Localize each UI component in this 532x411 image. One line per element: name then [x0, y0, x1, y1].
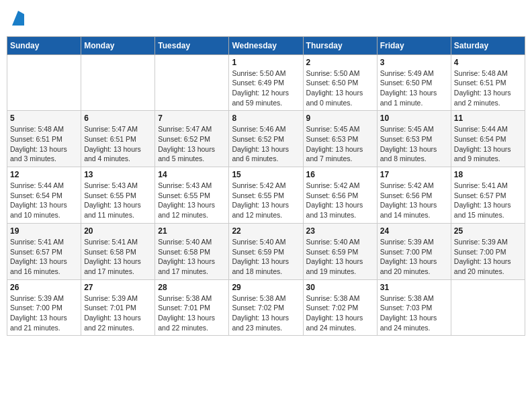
- day-number: 27: [84, 283, 152, 292]
- day-number: 9: [306, 113, 374, 123]
- day-info: Sunrise: 5:40 AM Sunset: 6:58 PM Dayligh…: [158, 237, 226, 277]
- day-cell: 31Sunrise: 5:38 AM Sunset: 7:03 PM Dayli…: [377, 279, 451, 336]
- weekday-saturday: Saturday: [451, 36, 525, 54]
- day-info: Sunrise: 5:44 AM Sunset: 6:54 PM Dayligh…: [10, 181, 78, 220]
- weekday-monday: Monday: [81, 36, 155, 54]
- day-cell: 11Sunrise: 5:44 AM Sunset: 6:54 PM Dayli…: [451, 111, 525, 167]
- week-row-2: 5Sunrise: 5:48 AM Sunset: 6:51 PM Daylig…: [7, 111, 525, 167]
- day-cell: 27Sunrise: 5:39 AM Sunset: 7:01 PM Dayli…: [81, 279, 155, 336]
- day-cell: 28Sunrise: 5:38 AM Sunset: 7:01 PM Dayli…: [155, 279, 229, 336]
- calendar-table: SundayMondayTuesdayWednesdayThursdayFrid…: [7, 36, 525, 336]
- weekday-wednesday: Wednesday: [229, 36, 303, 54]
- day-info: Sunrise: 5:42 AM Sunset: 6:56 PM Dayligh…: [380, 181, 448, 220]
- header: [7, 7, 525, 31]
- day-info: Sunrise: 5:45 AM Sunset: 6:53 PM Dayligh…: [380, 124, 448, 164]
- day-number: 8: [232, 113, 300, 123]
- day-number: 13: [84, 170, 152, 179]
- day-cell: [81, 54, 155, 111]
- day-number: 16: [306, 170, 374, 179]
- week-row-3: 12Sunrise: 5:44 AM Sunset: 6:54 PM Dayli…: [7, 167, 525, 224]
- day-info: Sunrise: 5:41 AM Sunset: 6:57 PM Dayligh…: [454, 181, 522, 220]
- day-number: 30: [306, 283, 374, 292]
- day-cell: [155, 54, 229, 111]
- week-row-5: 26Sunrise: 5:39 AM Sunset: 7:00 PM Dayli…: [7, 279, 525, 336]
- day-info: Sunrise: 5:42 AM Sunset: 6:56 PM Dayligh…: [306, 181, 374, 220]
- day-info: Sunrise: 5:39 AM Sunset: 7:00 PM Dayligh…: [454, 237, 522, 277]
- day-number: 31: [380, 283, 448, 292]
- day-cell: 22Sunrise: 5:40 AM Sunset: 6:59 PM Dayli…: [229, 223, 303, 279]
- logo: [11, 9, 24, 28]
- day-info: Sunrise: 5:45 AM Sunset: 6:53 PM Dayligh…: [306, 124, 374, 164]
- svg-marker-0: [12, 11, 24, 26]
- calendar-body: 1Sunrise: 5:50 AM Sunset: 6:49 PM Daylig…: [7, 54, 525, 336]
- day-number: 19: [10, 226, 78, 236]
- day-cell: 26Sunrise: 5:39 AM Sunset: 7:00 PM Dayli…: [7, 279, 81, 336]
- day-info: Sunrise: 5:47 AM Sunset: 6:52 PM Dayligh…: [158, 124, 226, 164]
- day-cell: 6Sunrise: 5:47 AM Sunset: 6:51 PM Daylig…: [81, 111, 155, 167]
- day-info: Sunrise: 5:38 AM Sunset: 7:02 PM Dayligh…: [232, 293, 300, 333]
- week-row-4: 19Sunrise: 5:41 AM Sunset: 6:57 PM Dayli…: [7, 223, 525, 279]
- day-cell: 24Sunrise: 5:39 AM Sunset: 7:00 PM Dayli…: [377, 223, 451, 279]
- day-cell: 15Sunrise: 5:42 AM Sunset: 6:55 PM Dayli…: [229, 167, 303, 224]
- day-cell: 5Sunrise: 5:48 AM Sunset: 6:51 PM Daylig…: [7, 111, 81, 167]
- day-number: 12: [10, 170, 78, 179]
- day-number: 25: [454, 226, 522, 236]
- day-number: 15: [232, 170, 300, 179]
- day-number: 10: [380, 113, 448, 123]
- weekday-sunday: Sunday: [7, 36, 81, 54]
- day-info: Sunrise: 5:48 AM Sunset: 6:51 PM Dayligh…: [10, 124, 78, 164]
- day-cell: 7Sunrise: 5:47 AM Sunset: 6:52 PM Daylig…: [155, 111, 229, 167]
- day-info: Sunrise: 5:38 AM Sunset: 7:01 PM Dayligh…: [158, 293, 226, 333]
- day-number: 24: [380, 226, 448, 236]
- day-number: 6: [84, 113, 152, 123]
- day-cell: 30Sunrise: 5:38 AM Sunset: 7:02 PM Dayli…: [303, 279, 377, 336]
- day-cell: 9Sunrise: 5:45 AM Sunset: 6:53 PM Daylig…: [303, 111, 377, 167]
- day-cell: 14Sunrise: 5:43 AM Sunset: 6:55 PM Dayli…: [155, 167, 229, 224]
- day-cell: 29Sunrise: 5:38 AM Sunset: 7:02 PM Dayli…: [229, 279, 303, 336]
- day-info: Sunrise: 5:43 AM Sunset: 6:55 PM Dayligh…: [158, 181, 226, 220]
- day-number: 7: [158, 113, 226, 123]
- day-info: Sunrise: 5:39 AM Sunset: 7:01 PM Dayligh…: [84, 293, 152, 333]
- day-info: Sunrise: 5:38 AM Sunset: 7:02 PM Dayligh…: [306, 293, 374, 333]
- day-info: Sunrise: 5:41 AM Sunset: 6:58 PM Dayligh…: [84, 237, 152, 277]
- day-number: 1: [232, 58, 300, 67]
- day-number: 3: [380, 58, 448, 67]
- day-number: 28: [158, 283, 226, 292]
- weekday-thursday: Thursday: [303, 36, 377, 54]
- day-cell: 1Sunrise: 5:50 AM Sunset: 6:49 PM Daylig…: [229, 54, 303, 111]
- day-cell: 12Sunrise: 5:44 AM Sunset: 6:54 PM Dayli…: [7, 167, 81, 224]
- day-info: Sunrise: 5:50 AM Sunset: 6:49 PM Dayligh…: [232, 68, 300, 108]
- day-cell: 2Sunrise: 5:50 AM Sunset: 6:50 PM Daylig…: [303, 54, 377, 111]
- day-number: 29: [232, 283, 300, 292]
- day-cell: 10Sunrise: 5:45 AM Sunset: 6:53 PM Dayli…: [377, 111, 451, 167]
- day-cell: 21Sunrise: 5:40 AM Sunset: 6:58 PM Dayli…: [155, 223, 229, 279]
- day-info: Sunrise: 5:50 AM Sunset: 6:50 PM Dayligh…: [306, 68, 374, 108]
- day-number: 2: [306, 58, 374, 67]
- day-info: Sunrise: 5:39 AM Sunset: 7:00 PM Dayligh…: [380, 237, 448, 277]
- day-cell: 19Sunrise: 5:41 AM Sunset: 6:57 PM Dayli…: [7, 223, 81, 279]
- day-number: 20: [84, 226, 152, 236]
- day-cell: 3Sunrise: 5:49 AM Sunset: 6:50 PM Daylig…: [377, 54, 451, 111]
- day-info: Sunrise: 5:38 AM Sunset: 7:03 PM Dayligh…: [380, 293, 448, 333]
- day-number: 26: [10, 283, 78, 292]
- weekday-header-row: SundayMondayTuesdayWednesdayThursdayFrid…: [7, 36, 525, 54]
- day-cell: 16Sunrise: 5:42 AM Sunset: 6:56 PM Dayli…: [303, 167, 377, 224]
- day-info: Sunrise: 5:47 AM Sunset: 6:51 PM Dayligh…: [84, 124, 152, 164]
- day-cell: 4Sunrise: 5:48 AM Sunset: 6:51 PM Daylig…: [451, 54, 525, 111]
- day-info: Sunrise: 5:48 AM Sunset: 6:51 PM Dayligh…: [454, 68, 522, 108]
- day-number: 5: [10, 113, 78, 123]
- day-info: Sunrise: 5:46 AM Sunset: 6:52 PM Dayligh…: [232, 124, 300, 164]
- day-cell: [451, 279, 525, 336]
- day-cell: 13Sunrise: 5:43 AM Sunset: 6:55 PM Dayli…: [81, 167, 155, 224]
- day-cell: 8Sunrise: 5:46 AM Sunset: 6:52 PM Daylig…: [229, 111, 303, 167]
- day-cell: 20Sunrise: 5:41 AM Sunset: 6:58 PM Dayli…: [81, 223, 155, 279]
- day-info: Sunrise: 5:43 AM Sunset: 6:55 PM Dayligh…: [84, 181, 152, 220]
- day-cell: 17Sunrise: 5:42 AM Sunset: 6:56 PM Dayli…: [377, 167, 451, 224]
- day-info: Sunrise: 5:39 AM Sunset: 7:00 PM Dayligh…: [10, 293, 78, 333]
- day-number: 17: [380, 170, 448, 179]
- day-info: Sunrise: 5:40 AM Sunset: 6:59 PM Dayligh…: [306, 237, 374, 277]
- weekday-tuesday: Tuesday: [155, 36, 229, 54]
- logo-icon: [12, 11, 24, 26]
- day-info: Sunrise: 5:44 AM Sunset: 6:54 PM Dayligh…: [454, 124, 522, 164]
- weekday-friday: Friday: [377, 36, 451, 54]
